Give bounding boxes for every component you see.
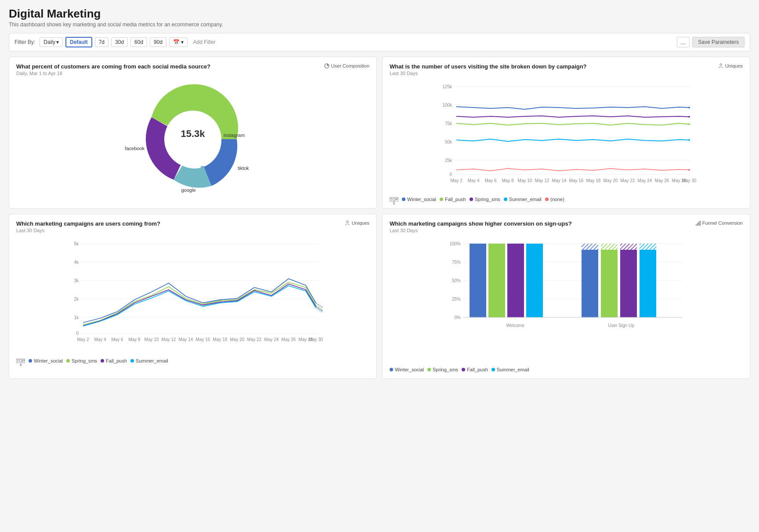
legend-3: Winter_social Spring_sms Fall_push Summe… <box>390 367 743 372</box>
bar-signup-spring-hatch <box>601 244 618 250</box>
filter-90d[interactable]: 90d <box>150 37 166 47</box>
filter-default[interactable]: Default <box>65 37 92 47</box>
page-title: Digital Marketing <box>9 7 750 21</box>
donut-chart: 15.3k instagram tiktok facebook google <box>16 78 369 201</box>
svg-text:3k: 3k <box>74 278 79 283</box>
svg-point-29 <box>347 221 348 223</box>
svg-text:0: 0 <box>76 331 79 336</box>
svg-text:Welcome: Welcome <box>506 323 524 328</box>
svg-text:May 26: May 26 <box>282 337 296 342</box>
label-instagram: instagram <box>224 133 245 138</box>
panel-users-by-campaign-header: What is the number of users visiting the… <box>390 63 743 76</box>
filter-actions: ... Save Parameters <box>677 37 745 47</box>
legend-1: TOP 5 Winter_social Fall_push Spring_sms… <box>390 197 743 202</box>
line-chart-1-svg: 125k 100k 75k 50k 25k 0 May 2 May 4 May … <box>390 78 743 192</box>
line-none <box>456 169 689 171</box>
bar-signup-winter-solid <box>582 250 598 317</box>
svg-text:75%: 75% <box>452 260 461 265</box>
svg-rect-59 <box>698 222 699 226</box>
svg-point-1 <box>720 64 722 65</box>
label-google: google <box>181 187 195 193</box>
svg-text:May 10: May 10 <box>145 337 159 342</box>
svg-text:May 12: May 12 <box>162 337 176 342</box>
svg-text:1k: 1k <box>74 315 79 320</box>
campaign-users-subtitle: Last 30 Days <box>16 228 160 233</box>
legend-fall-push: Fall_push <box>440 197 466 202</box>
filter-30d[interactable]: 30d <box>111 37 128 47</box>
svg-rect-57 <box>696 224 697 226</box>
svg-text:May 2: May 2 <box>450 178 463 183</box>
svg-text:100k: 100k <box>442 103 452 108</box>
dot-fall <box>688 123 690 125</box>
dot-spring <box>688 116 690 118</box>
svg-text:May 24: May 24 <box>264 337 279 342</box>
svg-text:125k: 125k <box>442 84 452 89</box>
panel-social-source-header: What percent of customers are coming fro… <box>16 63 369 76</box>
filter-7d[interactable]: 7d <box>95 37 108 47</box>
svg-text:50%: 50% <box>452 278 461 283</box>
frequency-dropdown[interactable]: Daily ▾ <box>40 37 63 47</box>
legend-summer-email: Summer_email <box>504 197 542 202</box>
bar-signup-summer-solid <box>640 250 656 317</box>
dot-none <box>688 169 690 171</box>
bar-welcome-fall <box>507 244 524 317</box>
filter-calendar[interactable]: 📅 ▾ <box>169 37 188 47</box>
bar-welcome-summer <box>526 244 543 317</box>
funnel-badge[interactable]: Funnel Conversion <box>695 220 743 226</box>
legend-winter-social: Winter_social <box>402 197 436 202</box>
campaign-users-chart: 5k 4k 3k 2k 1k 0 May 2 May 4 May 6 May 8… <box>16 235 369 363</box>
svg-text:May 4: May 4 <box>467 178 480 183</box>
line-fall-push <box>456 123 689 125</box>
svg-text:May 30: May 30 <box>309 337 323 342</box>
campaign-users-title: Which marketing campaigns are users comi… <box>16 220 160 227</box>
uniques-icon-1 <box>718 63 723 68</box>
more-options-btn[interactable]: ... <box>677 37 690 47</box>
svg-text:May 18: May 18 <box>586 178 601 183</box>
users-by-campaign-chart: 125k 100k 75k 50k 25k 0 May 2 May 4 May … <box>390 78 743 202</box>
bar-signup-summer-hatch <box>640 244 656 250</box>
user-composition-badge[interactable]: User Composition <box>324 63 369 68</box>
conversion-chart: 100% 75% 50% 25% 0% Welcome <box>390 235 743 372</box>
bar-signup-fall-solid <box>620 250 637 317</box>
svg-text:May 10: May 10 <box>518 178 532 183</box>
svg-text:May 22: May 22 <box>247 337 262 342</box>
svg-text:May 6: May 6 <box>484 178 497 183</box>
uniques-icon-2 <box>345 220 350 226</box>
svg-text:25%: 25% <box>452 297 461 302</box>
svg-text:2k: 2k <box>74 297 79 302</box>
filter-by-label: Filter By: <box>14 39 35 45</box>
panel-users-by-campaign: What is the number of users visiting the… <box>382 57 750 208</box>
svg-text:May 2: May 2 <box>77 337 89 342</box>
svg-text:May 22: May 22 <box>621 178 635 183</box>
label-facebook: facebook <box>125 146 145 151</box>
svg-text:May 20: May 20 <box>230 337 245 342</box>
legend-spring-sms: Spring_sms <box>470 197 500 202</box>
svg-text:4k: 4k <box>74 260 79 265</box>
save-parameters-btn[interactable]: Save Parameters <box>692 37 745 47</box>
line2-winter <box>83 279 316 323</box>
legend2-summer: Summer_email <box>130 358 168 363</box>
donut-svg: 15.3k instagram tiktok facebook google <box>131 82 254 196</box>
dot-ext-winter <box>316 303 322 307</box>
svg-text:May 18: May 18 <box>213 337 228 342</box>
conversion-subtitle: Last 30 Days <box>390 228 572 233</box>
line-summer-email <box>456 139 689 141</box>
dashboard-grid: What percent of customers are coming fro… <box>9 57 750 379</box>
svg-text:May 6: May 6 <box>111 337 123 342</box>
bar-signup-winter-hatch <box>582 244 598 250</box>
add-filter-btn[interactable]: Add Filter <box>190 38 218 47</box>
panel-campaign-users: Which marketing campaigns are users comi… <box>9 214 377 379</box>
svg-rect-60 <box>700 221 701 226</box>
funnel-icon <box>695 220 701 226</box>
legend3-winter: Winter_social <box>390 367 424 372</box>
svg-text:May 30: May 30 <box>682 178 697 183</box>
line-spring-sms <box>456 116 689 117</box>
uniques-badge-2[interactable]: Uniques <box>345 220 369 226</box>
legend-none: (none) <box>545 197 564 202</box>
filter-60d[interactable]: 60d <box>130 37 147 47</box>
svg-text:User Sign Up: User Sign Up <box>608 323 634 328</box>
social-source-title: What percent of customers are coming fro… <box>16 63 210 70</box>
uniques-badge-1[interactable]: Uniques <box>718 63 743 68</box>
svg-text:May 16: May 16 <box>196 337 210 342</box>
svg-text:May 14: May 14 <box>179 337 193 342</box>
